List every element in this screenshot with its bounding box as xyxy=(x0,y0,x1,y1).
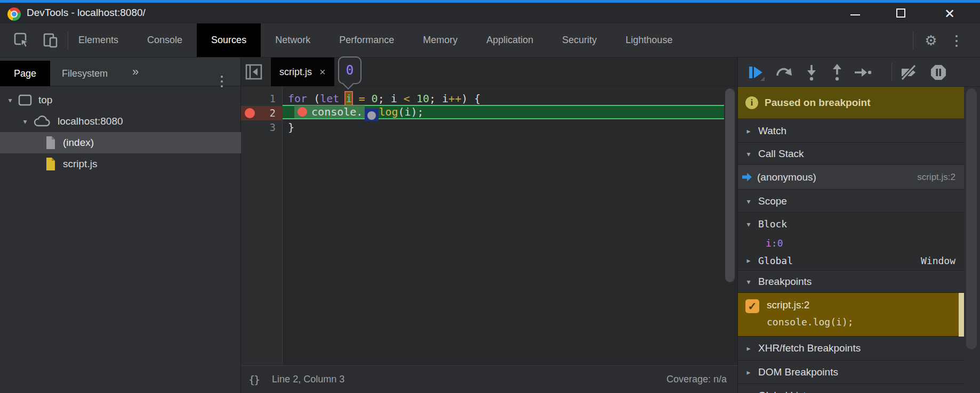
navigator-kebab-icon[interactable] xyxy=(221,76,223,78)
line-number[interactable]: 1 xyxy=(241,92,282,106)
tree-item-origin[interactable]: ▾ localhost:8080 xyxy=(0,111,262,132)
breakpoint-entry[interactable]: ✓ script.js:2 console.log(i); xyxy=(738,293,964,337)
section-global-listeners[interactable]: ▸ Global Listeners xyxy=(738,384,964,393)
section-watch[interactable]: ▸ Watch xyxy=(738,119,964,143)
line-number[interactable]: 3 xyxy=(241,120,282,135)
expander-icon[interactable]: ▸ xyxy=(744,368,753,376)
panel-tabs: Elements Console Sources Network Perform… xyxy=(64,23,687,57)
frame-location[interactable]: script.js:2 xyxy=(917,172,955,183)
tab-memory[interactable]: Memory xyxy=(408,23,472,57)
expander-icon[interactable]: ▾ xyxy=(6,96,14,104)
expander-icon[interactable]: ▾ xyxy=(744,220,753,228)
navigator-sidebar: Page Filesystem » ▾ top ▾ localhost:8080 xyxy=(0,58,241,393)
expander-icon[interactable]: ▸ xyxy=(744,344,753,353)
breakpoint-location: script.js:2 xyxy=(767,299,809,311)
section-breakpoints[interactable]: ▾ Breakpoints xyxy=(738,271,964,293)
tab-lighthouse[interactable]: Lighthouse xyxy=(611,23,687,57)
source-editor: script.js × 0 1 2 3 for (let i = 0; i < … xyxy=(241,58,737,393)
debugger-sidebar: i Paused on breakpoint ▸ Watch ▾ Call St… xyxy=(737,58,980,393)
resume-button[interactable] xyxy=(746,63,766,82)
expander-icon[interactable]: ▾ xyxy=(744,150,753,158)
tree-item-top[interactable]: ▾ top xyxy=(0,89,247,111)
current-expression-highlight: console. xyxy=(294,105,365,118)
window-title: DevTools - localhost:8080/ xyxy=(27,7,146,19)
title-bar: DevTools - localhost:8080/ ✕ xyxy=(0,0,980,23)
minimize-button[interactable] xyxy=(848,7,864,21)
paused-banner: i Paused on breakpoint xyxy=(738,87,964,119)
editor-tabstrip: script.js × xyxy=(241,58,737,86)
tab-network[interactable]: Network xyxy=(261,23,325,57)
chrome-logo-icon xyxy=(7,7,21,21)
maximize-button[interactable] xyxy=(894,7,910,21)
cursor-position: Line 2, Column 3 xyxy=(272,374,344,385)
tab-sources[interactable]: Sources xyxy=(197,23,261,57)
scope-block-row[interactable]: ▾ Block xyxy=(738,213,964,235)
editor-tab-scriptjs[interactable]: script.js × xyxy=(271,58,334,86)
section-dom-breakpoints[interactable]: ▸ DOM Breakpoints xyxy=(738,361,964,384)
file-icon-script xyxy=(45,157,57,171)
inspect-element-icon[interactable] xyxy=(13,32,31,49)
toolbar-separator xyxy=(891,63,892,81)
inline-breakpoint-candidate-icon[interactable] xyxy=(365,109,379,121)
info-icon: i xyxy=(745,96,758,109)
code-line-3[interactable]: } xyxy=(283,120,724,135)
tab-filesystem[interactable]: Filesystem xyxy=(48,61,122,86)
tab-console[interactable]: Console xyxy=(133,23,197,57)
breakpoint-entry-edge xyxy=(959,293,964,337)
expander-icon[interactable]: ▸ xyxy=(744,256,753,265)
tab-security[interactable]: Security xyxy=(548,23,611,57)
editor-status-bar: {} Line 2, Column 3 Coverage: n/a xyxy=(241,365,737,393)
breakpoint-code: console.log(i); xyxy=(767,316,854,328)
call-stack-frame[interactable]: (anonymous) script.js:2 xyxy=(738,165,964,190)
settings-gear-icon[interactable]: ⚙ xyxy=(922,32,939,49)
tab-elements[interactable]: Elements xyxy=(64,23,133,57)
hide-navigator-icon[interactable] xyxy=(244,63,263,81)
main-menu-kebab-icon[interactable] xyxy=(955,35,958,37)
step-button[interactable] xyxy=(853,63,872,82)
section-call-stack[interactable]: ▾ Call Stack xyxy=(738,143,964,165)
scope-variable-row[interactable]: i: 0 xyxy=(738,235,964,251)
tab-performance[interactable]: Performance xyxy=(325,23,408,57)
code-line-1[interactable]: for (let i = 0; i < 10; i++) { xyxy=(283,92,724,106)
expander-icon[interactable]: ▸ xyxy=(744,127,753,135)
expander-icon[interactable]: ▾ xyxy=(21,117,29,126)
editor-scrollbar[interactable] xyxy=(725,88,735,282)
file-icon xyxy=(45,135,57,150)
devtools-toolbar: Elements Console Sources Network Perform… xyxy=(0,23,980,58)
deactivate-breakpoints-button[interactable] xyxy=(899,63,918,82)
section-scope[interactable]: ▾ Scope xyxy=(738,190,964,212)
editor-gutter[interactable]: 1 2 3 xyxy=(241,86,283,365)
breakpoint-checkbox[interactable]: ✓ xyxy=(745,299,759,313)
pause-on-exceptions-button[interactable] xyxy=(929,63,948,82)
scope-global-row[interactable]: ▸ Global Window xyxy=(738,251,964,271)
variable-value-tooltip: 0 xyxy=(338,56,362,84)
step-over-button[interactable] xyxy=(774,63,793,82)
code-line-2-paused[interactable]: console.log(i); xyxy=(283,105,724,119)
debugger-scrollbar[interactable] xyxy=(966,88,977,349)
pretty-print-icon[interactable]: {} xyxy=(248,373,259,386)
current-frame-arrow-icon xyxy=(742,173,752,182)
devtools-window: DevTools - localhost:8080/ ✕ Elements Co… xyxy=(0,0,980,393)
breakpoint-dot-icon[interactable] xyxy=(245,108,255,118)
frame-icon xyxy=(18,94,32,106)
close-button[interactable]: ✕ xyxy=(942,7,958,21)
code-area[interactable]: for (let i = 0; i < 10; i++) { console.l… xyxy=(283,86,737,365)
evaluated-variable[interactable]: i xyxy=(346,92,352,105)
debugger-toolbar xyxy=(738,58,980,87)
close-tab-icon[interactable]: × xyxy=(319,66,326,78)
expander-icon[interactable]: ▸ xyxy=(744,391,753,393)
tab-page[interactable]: Page xyxy=(0,61,50,86)
line-number-breakpoint[interactable]: 2 xyxy=(241,106,282,120)
inline-breakpoint-active-icon[interactable] xyxy=(298,107,307,117)
toolbar-separator xyxy=(913,31,913,50)
more-tabs-chevron-icon[interactable]: » xyxy=(132,65,139,79)
navigator-tabs: Page Filesystem » xyxy=(0,58,240,86)
coverage-status: Coverage: n/a xyxy=(666,374,727,385)
section-xhr-breakpoints[interactable]: ▸ XHR/fetch Breakpoints xyxy=(738,337,964,361)
expander-icon[interactable]: ▾ xyxy=(744,277,753,286)
step-into-button[interactable] xyxy=(802,63,821,82)
expander-icon[interactable]: ▾ xyxy=(744,197,753,206)
device-toolbar-icon[interactable] xyxy=(42,32,60,49)
tab-application[interactable]: Application xyxy=(472,23,548,57)
step-out-button[interactable] xyxy=(828,63,847,82)
